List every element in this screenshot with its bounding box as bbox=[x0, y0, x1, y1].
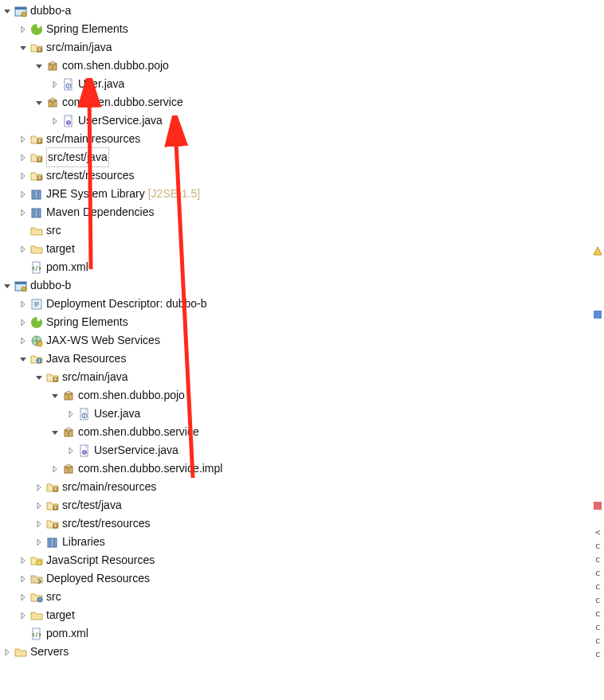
svg-rect-17 bbox=[38, 190, 41, 199]
tree-item-label: dubbo-a bbox=[30, 2, 71, 20]
chevron-down-icon[interactable] bbox=[18, 354, 29, 365]
tree-item[interactable]: target bbox=[2, 240, 591, 258]
tree-item[interactable]: src/main/java bbox=[2, 368, 591, 386]
tree-item[interactable]: Spring Elements bbox=[2, 313, 591, 331]
chevron-right-icon[interactable] bbox=[18, 207, 29, 218]
package-icon bbox=[46, 96, 59, 109]
chevron-down-icon[interactable] bbox=[2, 280, 13, 291]
tree-item-label: Maven Dependencies bbox=[46, 203, 154, 221]
chevron-right-icon[interactable] bbox=[18, 335, 29, 346]
chevron-down-icon[interactable] bbox=[33, 97, 45, 108]
tree-item[interactable]: mdubbo-a bbox=[2, 2, 591, 20]
tree-item-label: com.shen.dubbo.service bbox=[78, 423, 199, 441]
tree-item[interactable]: src/test/resources bbox=[2, 166, 591, 185]
chevron-right-icon[interactable] bbox=[18, 189, 29, 200]
chevron-down-icon[interactable] bbox=[49, 390, 61, 401]
tree-item[interactable]: com.shen.dubbo.service bbox=[2, 423, 591, 441]
chevron-right-icon[interactable] bbox=[65, 445, 76, 456]
tree-item-label: User.java bbox=[94, 405, 140, 423]
rhs-glimpse-char: c bbox=[595, 566, 601, 580]
tree-item[interactable]: src/main/java bbox=[2, 38, 591, 57]
chevron-right-icon[interactable] bbox=[18, 152, 29, 163]
chevron-right-icon[interactable] bbox=[2, 647, 13, 658]
svg-rect-18 bbox=[32, 209, 34, 217]
chevron-down-icon[interactable] bbox=[2, 6, 13, 17]
svg-rect-1 bbox=[15, 7, 26, 10]
rhs-glimpse-char: c bbox=[595, 647, 601, 661]
chevron-right-icon[interactable] bbox=[18, 317, 29, 328]
srcfolder-icon bbox=[46, 499, 59, 512]
svg-rect-43 bbox=[48, 538, 50, 547]
chevron-down-icon[interactable] bbox=[33, 61, 45, 72]
chevron-down-icon[interactable] bbox=[33, 372, 45, 383]
chevron-right-icon[interactable] bbox=[33, 537, 45, 548]
tree-item-label: UserService.java bbox=[78, 111, 163, 130]
tree-item[interactable]: pom.xml bbox=[2, 258, 591, 276]
chevron-right-icon[interactable] bbox=[33, 500, 45, 511]
ifile-icon: I bbox=[62, 115, 75, 127]
chevron-right-icon[interactable] bbox=[18, 134, 29, 145]
tree-item[interactable]: com.shen.dubbo.service bbox=[2, 93, 591, 111]
chevron-down-icon[interactable] bbox=[18, 42, 29, 53]
chevron-right-icon[interactable] bbox=[18, 592, 29, 603]
tree-item[interactable]: com.shen.dubbo.service.impl bbox=[2, 459, 591, 478]
chevron-right-icon[interactable] bbox=[49, 115, 61, 127]
chevron-right-icon[interactable] bbox=[49, 79, 61, 90]
svg-text:m: m bbox=[22, 287, 26, 291]
chevron-right-icon[interactable] bbox=[49, 463, 61, 475]
tree-item[interactable]: src/test/java bbox=[2, 496, 591, 514]
tree-item[interactable]: src/test/java bbox=[2, 148, 591, 166]
tree-item[interactable]: Deployed Resources bbox=[2, 569, 591, 588]
svg-rect-20 bbox=[38, 209, 41, 217]
tree-item[interactable]: IUserService.java bbox=[2, 441, 591, 459]
chevron-right-icon[interactable] bbox=[18, 24, 29, 35]
tree-item[interactable]: JJava Resources bbox=[2, 350, 591, 368]
tree-item[interactable]: src bbox=[2, 588, 591, 606]
tree-item[interactable]: User.java bbox=[2, 75, 591, 93]
tree-item[interactable]: src/test/resources bbox=[2, 514, 591, 533]
rhs-glimpse-char: c bbox=[595, 607, 601, 620]
chevron-right-icon[interactable] bbox=[33, 482, 45, 493]
chevron-right-icon[interactable] bbox=[18, 244, 29, 255]
tree-item[interactable]: Libraries bbox=[2, 533, 591, 551]
chevron-right-icon[interactable] bbox=[33, 518, 45, 530]
chevron-right-icon[interactable] bbox=[18, 555, 29, 566]
tree-item[interactable]: Servers bbox=[2, 643, 591, 661]
tree-item-label: src bbox=[46, 588, 61, 606]
javares-icon: J bbox=[30, 353, 43, 366]
tree-item[interactable]: JRE System Library[J2SE-1.5] bbox=[2, 185, 591, 203]
chevron-right-icon[interactable] bbox=[18, 299, 29, 310]
spring-icon bbox=[30, 23, 43, 36]
tree-item-label: src bbox=[46, 221, 61, 240]
tree-item-label: com.shen.dubbo.pojo bbox=[62, 57, 169, 75]
tree-item[interactable]: JAX-WS Web Services bbox=[2, 331, 591, 350]
tree-item[interactable]: Spring Elements bbox=[2, 20, 591, 38]
spacer bbox=[18, 262, 29, 273]
chevron-down-icon[interactable] bbox=[49, 427, 61, 438]
svg-text:m: m bbox=[22, 12, 26, 17]
chevron-right-icon[interactable] bbox=[65, 409, 76, 420]
tree-item-label: Spring Elements bbox=[46, 20, 128, 38]
xml-icon bbox=[30, 628, 43, 640]
tree-item[interactable]: src/main/resources bbox=[2, 130, 591, 148]
chevron-right-icon[interactable] bbox=[18, 610, 29, 621]
project-explorer-tree[interactable]: mdubbo-aSpring Elementssrc/main/javacom.… bbox=[0, 0, 591, 661]
tree-item[interactable]: Maven Dependencies bbox=[2, 203, 591, 221]
spacer bbox=[18, 225, 29, 237]
deployed-icon bbox=[30, 573, 43, 585]
tree-item[interactable]: com.shen.dubbo.pojo bbox=[2, 57, 591, 75]
tree-item[interactable]: User.java bbox=[2, 405, 591, 423]
tree-item-label: Spring Elements bbox=[46, 313, 128, 331]
rhs-glimpse-char: < bbox=[595, 526, 601, 539]
tree-item[interactable]: target bbox=[2, 606, 591, 624]
tree-item[interactable]: src bbox=[2, 221, 591, 240]
tree-item[interactable]: pom.xml bbox=[2, 624, 591, 643]
tree-item[interactable]: src/main/resources bbox=[2, 478, 591, 496]
tree-item[interactable]: mdubbo-b bbox=[2, 276, 591, 295]
tree-item[interactable]: com.shen.dubbo.pojo bbox=[2, 386, 591, 405]
chevron-right-icon[interactable] bbox=[18, 573, 29, 585]
tree-item[interactable]: Deployment Descriptor: dubbo-b bbox=[2, 295, 591, 313]
tree-item[interactable]: JavaScript Resources bbox=[2, 551, 591, 569]
chevron-right-icon[interactable] bbox=[18, 170, 29, 182]
tree-item[interactable]: IUserService.java bbox=[2, 111, 591, 130]
